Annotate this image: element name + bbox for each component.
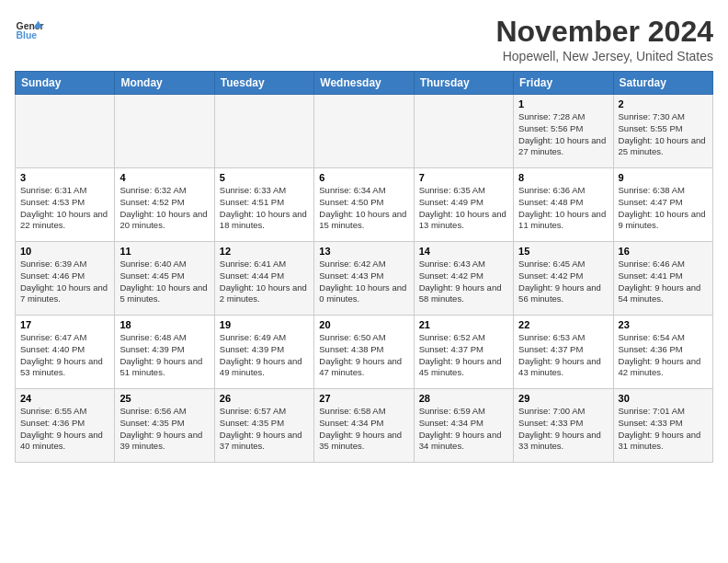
day-number: 22 xyxy=(518,319,608,330)
day-info: Sunrise: 6:58 AM Sunset: 4:34 PM Dayligh… xyxy=(319,406,408,453)
day-info: Sunrise: 6:52 AM Sunset: 4:37 PM Dayligh… xyxy=(419,332,508,379)
calendar-week-4: 17Sunrise: 6:47 AM Sunset: 4:40 PM Dayli… xyxy=(16,316,713,389)
day-number: 18 xyxy=(119,319,209,330)
day-number: 21 xyxy=(419,319,508,330)
calendar-cell: 4Sunrise: 6:32 AM Sunset: 4:52 PM Daylig… xyxy=(115,168,214,242)
weekday-header-friday: Friday xyxy=(514,72,613,95)
day-info: Sunrise: 6:54 AM Sunset: 4:36 PM Dayligh… xyxy=(619,332,708,379)
calendar-cell: 28Sunrise: 6:59 AM Sunset: 4:34 PM Dayli… xyxy=(414,389,513,463)
day-number: 2 xyxy=(619,98,708,109)
day-info: Sunrise: 6:55 AM Sunset: 4:36 PM Dayligh… xyxy=(20,406,109,453)
day-number: 19 xyxy=(220,319,309,330)
calendar-table: SundayMondayTuesdayWednesdayThursdayFrid… xyxy=(15,71,713,463)
day-info: Sunrise: 6:34 AM Sunset: 4:50 PM Dayligh… xyxy=(319,185,408,232)
day-info: Sunrise: 7:01 AM Sunset: 4:33 PM Dayligh… xyxy=(619,406,708,453)
title-area: November 2024 Hopewell, New Jersey, Unit… xyxy=(495,15,713,63)
calendar-cell: 13Sunrise: 6:42 AM Sunset: 4:43 PM Dayli… xyxy=(314,242,414,316)
calendar-cell: 21Sunrise: 6:52 AM Sunset: 4:37 PM Dayli… xyxy=(414,316,513,389)
calendar-cell xyxy=(414,95,513,168)
calendar-cell: 30Sunrise: 7:01 AM Sunset: 4:33 PM Dayli… xyxy=(613,389,712,463)
day-info: Sunrise: 6:56 AM Sunset: 4:35 PM Dayligh… xyxy=(119,406,209,453)
calendar-cell: 27Sunrise: 6:58 AM Sunset: 4:34 PM Dayli… xyxy=(314,389,414,463)
weekday-header-saturday: Saturday xyxy=(613,72,712,95)
day-number: 26 xyxy=(220,393,309,404)
day-info: Sunrise: 6:48 AM Sunset: 4:39 PM Dayligh… xyxy=(119,332,209,379)
calendar-cell: 7Sunrise: 6:35 AM Sunset: 4:49 PM Daylig… xyxy=(414,168,513,242)
day-info: Sunrise: 6:41 AM Sunset: 4:44 PM Dayligh… xyxy=(220,259,309,305)
day-number: 9 xyxy=(619,172,708,183)
day-info: Sunrise: 6:47 AM Sunset: 4:40 PM Dayligh… xyxy=(20,332,109,379)
calendar-cell: 5Sunrise: 6:33 AM Sunset: 4:51 PM Daylig… xyxy=(214,168,313,242)
day-number: 1 xyxy=(518,98,608,109)
calendar-cell: 26Sunrise: 6:57 AM Sunset: 4:35 PM Dayli… xyxy=(214,389,313,463)
weekday-header-thursday: Thursday xyxy=(414,72,513,95)
calendar-cell: 6Sunrise: 6:34 AM Sunset: 4:50 PM Daylig… xyxy=(314,168,414,242)
calendar-cell xyxy=(314,95,414,168)
day-number: 4 xyxy=(119,172,209,183)
day-number: 10 xyxy=(20,246,109,257)
calendar-cell xyxy=(214,95,313,168)
calendar-week-3: 10Sunrise: 6:39 AM Sunset: 4:46 PM Dayli… xyxy=(16,242,713,316)
calendar-cell: 20Sunrise: 6:50 AM Sunset: 4:38 PM Dayli… xyxy=(314,316,414,389)
day-info: Sunrise: 6:39 AM Sunset: 4:46 PM Dayligh… xyxy=(20,259,109,305)
day-number: 13 xyxy=(319,246,408,257)
day-info: Sunrise: 6:46 AM Sunset: 4:41 PM Dayligh… xyxy=(619,259,708,305)
day-number: 7 xyxy=(419,172,508,183)
day-number: 3 xyxy=(20,172,109,183)
calendar-cell: 12Sunrise: 6:41 AM Sunset: 4:44 PM Dayli… xyxy=(214,242,313,316)
svg-text:Blue: Blue xyxy=(17,30,38,40)
day-info: Sunrise: 6:50 AM Sunset: 4:38 PM Dayligh… xyxy=(319,332,408,379)
weekday-header-sunday: Sunday xyxy=(16,72,115,95)
calendar-cell: 18Sunrise: 6:48 AM Sunset: 4:39 PM Dayli… xyxy=(115,316,214,389)
day-number: 25 xyxy=(119,393,209,404)
day-number: 5 xyxy=(220,172,309,183)
calendar-cell: 23Sunrise: 6:54 AM Sunset: 4:36 PM Dayli… xyxy=(613,316,712,389)
calendar-cell xyxy=(16,95,115,168)
day-info: Sunrise: 6:38 AM Sunset: 4:47 PM Dayligh… xyxy=(619,185,708,232)
day-info: Sunrise: 6:59 AM Sunset: 4:34 PM Dayligh… xyxy=(419,406,508,453)
day-number: 29 xyxy=(518,393,608,404)
calendar-cell: 16Sunrise: 6:46 AM Sunset: 4:41 PM Dayli… xyxy=(613,242,712,316)
day-info: Sunrise: 6:36 AM Sunset: 4:48 PM Dayligh… xyxy=(518,185,608,232)
calendar-cell: 8Sunrise: 6:36 AM Sunset: 4:48 PM Daylig… xyxy=(514,168,613,242)
calendar-cell: 3Sunrise: 6:31 AM Sunset: 4:53 PM Daylig… xyxy=(16,168,115,242)
day-number: 6 xyxy=(319,172,408,183)
calendar-cell: 10Sunrise: 6:39 AM Sunset: 4:46 PM Dayli… xyxy=(16,242,115,316)
day-info: Sunrise: 6:35 AM Sunset: 4:49 PM Dayligh… xyxy=(419,185,508,232)
weekday-header-monday: Monday xyxy=(115,72,214,95)
calendar-cell: 14Sunrise: 6:43 AM Sunset: 4:42 PM Dayli… xyxy=(414,242,513,316)
day-number: 30 xyxy=(619,393,708,404)
day-info: Sunrise: 7:00 AM Sunset: 4:33 PM Dayligh… xyxy=(518,406,608,453)
day-number: 12 xyxy=(220,246,309,257)
weekday-header-wednesday: Wednesday xyxy=(314,72,414,95)
day-number: 23 xyxy=(619,319,708,330)
calendar-cell: 15Sunrise: 6:45 AM Sunset: 4:42 PM Dayli… xyxy=(514,242,613,316)
calendar-cell xyxy=(115,95,214,168)
calendar-cell: 9Sunrise: 6:38 AM Sunset: 4:47 PM Daylig… xyxy=(613,168,712,242)
day-number: 15 xyxy=(518,246,608,257)
calendar-cell: 1Sunrise: 7:28 AM Sunset: 5:56 PM Daylig… xyxy=(514,95,613,168)
calendar-cell: 24Sunrise: 6:55 AM Sunset: 4:36 PM Dayli… xyxy=(16,389,115,463)
calendar-week-5: 24Sunrise: 6:55 AM Sunset: 4:36 PM Dayli… xyxy=(16,389,713,463)
day-info: Sunrise: 6:40 AM Sunset: 4:45 PM Dayligh… xyxy=(119,259,209,305)
calendar-cell: 29Sunrise: 7:00 AM Sunset: 4:33 PM Dayli… xyxy=(514,389,613,463)
calendar-cell: 22Sunrise: 6:53 AM Sunset: 4:37 PM Dayli… xyxy=(514,316,613,389)
calendar-cell: 25Sunrise: 6:56 AM Sunset: 4:35 PM Dayli… xyxy=(115,389,214,463)
day-number: 27 xyxy=(319,393,408,404)
day-number: 20 xyxy=(319,319,408,330)
page-header: General Blue November 2024 Hopewell, New… xyxy=(15,15,713,63)
weekday-header-tuesday: Tuesday xyxy=(214,72,313,95)
day-info: Sunrise: 6:33 AM Sunset: 4:51 PM Dayligh… xyxy=(220,185,309,232)
day-info: Sunrise: 6:42 AM Sunset: 4:43 PM Dayligh… xyxy=(319,259,408,305)
day-info: Sunrise: 7:30 AM Sunset: 5:55 PM Dayligh… xyxy=(619,111,708,158)
location-label: Hopewell, New Jersey, United States xyxy=(495,49,713,63)
logo: General Blue xyxy=(15,15,44,44)
day-number: 14 xyxy=(419,246,508,257)
weekday-header-row: SundayMondayTuesdayWednesdayThursdayFrid… xyxy=(16,72,713,95)
day-number: 17 xyxy=(20,319,109,330)
day-info: Sunrise: 6:49 AM Sunset: 4:39 PM Dayligh… xyxy=(220,332,309,379)
calendar-week-2: 3Sunrise: 6:31 AM Sunset: 4:53 PM Daylig… xyxy=(16,168,713,242)
day-number: 24 xyxy=(20,393,109,404)
calendar-cell: 17Sunrise: 6:47 AM Sunset: 4:40 PM Dayli… xyxy=(16,316,115,389)
month-title: November 2024 xyxy=(495,15,713,49)
